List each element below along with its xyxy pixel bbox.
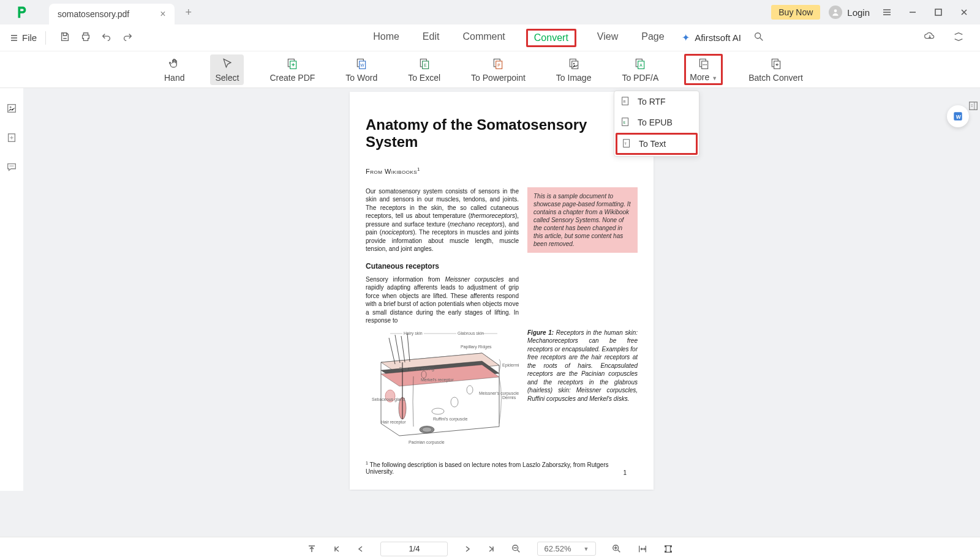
undo-icon[interactable] — [101, 31, 112, 45]
svg-text:T: T — [625, 142, 627, 146]
tool-to-pdfa[interactable]: A To PDF/A — [617, 54, 663, 85]
fit-width-icon[interactable] — [638, 544, 647, 554]
cloud-icon[interactable] — [924, 31, 936, 45]
dd-text-label: To Text — [639, 139, 666, 149]
zoom-level[interactable]: 62.52% ▼ — [537, 542, 595, 556]
svg-text:E: E — [424, 63, 427, 67]
tool-to-pdfa-label: To PDF/A — [622, 73, 658, 83]
first-page-icon[interactable] — [333, 545, 341, 553]
right-panel-toggle-icon[interactable] — [968, 100, 979, 114]
document-tab[interactable]: somatosensory.pdf × — [49, 4, 175, 24]
next-page-icon[interactable] — [464, 545, 471, 553]
to-pdfa-icon: A — [633, 57, 647, 70]
tool-hand-label: Hand — [164, 73, 184, 83]
page-input[interactable] — [380, 542, 448, 556]
tool-select-label: Select — [215, 73, 239, 83]
menu-comment[interactable]: Comment — [460, 29, 507, 47]
doc-title: Anatomy of the Somatosensory System — [366, 116, 638, 151]
text-icon: T — [622, 138, 633, 149]
to-excel-icon: E — [418, 57, 431, 70]
close-window-icon[interactable] — [956, 4, 973, 21]
tool-to-powerpoint[interactable]: P To Powerpoint — [466, 54, 530, 85]
tool-select[interactable]: Select — [210, 54, 244, 85]
svg-rect-36 — [970, 102, 978, 110]
hamburger-menu-icon[interactable] — [878, 4, 895, 21]
svg-point-16 — [573, 62, 575, 64]
svg-point-22 — [703, 64, 704, 65]
page-number: 1 — [623, 469, 627, 476]
svg-point-24 — [706, 64, 707, 65]
avatar-icon — [829, 6, 842, 19]
tool-batch-convert[interactable]: Batch Convert — [744, 54, 808, 85]
skin-diagram: Hairy skin Glabrous skin Papillary Ridge… — [366, 329, 519, 451]
login-label: Login — [847, 7, 870, 18]
maximize-icon[interactable] — [930, 4, 947, 21]
ai-button[interactable]: ✦ Afirstsoft AI — [682, 32, 741, 43]
menu-page[interactable]: Page — [639, 29, 666, 47]
comment-panel-icon[interactable] — [6, 162, 17, 175]
menubar: File Home Edit Comment Convert View Page… — [0, 24, 980, 51]
svg-text:R: R — [624, 100, 626, 103]
svg-text:Papillary Ridges: Papillary Ridges — [461, 345, 492, 349]
redo-icon[interactable] — [122, 31, 133, 45]
left-sidebar — [0, 88, 23, 491]
svg-text:W: W — [361, 63, 365, 67]
document-viewer[interactable]: W Anatomy of the Somatosensory System Fr… — [23, 88, 980, 491]
more-icon[interactable] — [697, 57, 710, 70]
dd-epub-label: To EPUB — [638, 118, 673, 127]
buy-now-button[interactable]: Buy Now — [771, 5, 820, 20]
rtf-icon: R — [620, 96, 631, 107]
menu-edit[interactable]: Edit — [420, 29, 442, 47]
file-menu-label: File — [22, 32, 37, 43]
to-ppt-icon: P — [491, 57, 505, 70]
svg-line-45 — [389, 338, 395, 364]
close-tab-icon[interactable]: × — [160, 9, 165, 20]
svg-line-46 — [395, 335, 400, 363]
create-pdf-icon — [285, 57, 299, 70]
scroll-top-icon[interactable] — [307, 544, 317, 554]
bookmark-panel-icon[interactable] — [6, 132, 17, 146]
statusbar: 62.52% ▼ — [0, 537, 980, 560]
svg-line-48 — [407, 334, 410, 362]
menu-convert[interactable]: Convert — [534, 32, 568, 43]
login-button[interactable]: Login — [829, 6, 870, 19]
fit-page-icon[interactable] — [663, 544, 673, 554]
new-tab-button[interactable]: + — [186, 6, 192, 19]
tool-to-word[interactable]: W To Word — [341, 54, 382, 85]
word-float-button[interactable]: W — [947, 105, 969, 127]
print-icon[interactable] — [80, 31, 91, 45]
intro-paragraph: Our somatosensory system consists of sen… — [366, 187, 519, 253]
tool-more[interactable]: More▼ — [690, 72, 717, 82]
to-image-icon — [567, 57, 581, 70]
chevron-down-icon: ▼ — [712, 75, 717, 81]
svg-rect-69 — [666, 545, 670, 552]
svg-text:Ruffini's corpuscle: Ruffini's corpuscle — [433, 417, 468, 422]
search-icon[interactable] — [753, 31, 764, 45]
svg-text:Sebaceous gland: Sebaceous gland — [372, 397, 405, 402]
save-icon[interactable] — [59, 31, 70, 45]
app-logo — [12, 3, 31, 21]
tool-to-image[interactable]: To Image — [551, 54, 597, 85]
last-page-icon[interactable] — [487, 545, 496, 553]
tool-create-pdf[interactable]: Create PDF — [265, 54, 320, 85]
convert-ribbon: Hand Select Create PDF W To Word E To Ex… — [0, 51, 980, 88]
tool-hand[interactable]: Hand — [159, 54, 189, 85]
file-menu[interactable]: File — [10, 32, 37, 43]
zoom-in-icon[interactable] — [612, 544, 622, 554]
expand-icon[interactable] — [953, 31, 964, 45]
tool-more-label: More — [690, 72, 709, 82]
to-word-icon: W — [355, 57, 368, 70]
menu-home[interactable]: Home — [371, 29, 402, 47]
chevron-down-icon: ▼ — [584, 546, 589, 552]
menu-view[interactable]: View — [595, 29, 620, 47]
dropdown-to-rtf[interactable]: R To RTF — [614, 91, 699, 112]
svg-text:E: E — [624, 121, 626, 124]
tool-to-excel[interactable]: E To Excel — [403, 54, 445, 85]
thumbnail-panel-icon[interactable] — [6, 103, 17, 116]
minimize-icon[interactable] — [904, 4, 921, 21]
prev-page-icon[interactable] — [357, 545, 364, 553]
dropdown-to-epub[interactable]: E To EPUB — [614, 112, 699, 133]
svg-rect-1 — [935, 9, 941, 15]
dropdown-to-text[interactable]: T To Text — [616, 133, 698, 155]
zoom-out-icon[interactable] — [511, 544, 521, 554]
